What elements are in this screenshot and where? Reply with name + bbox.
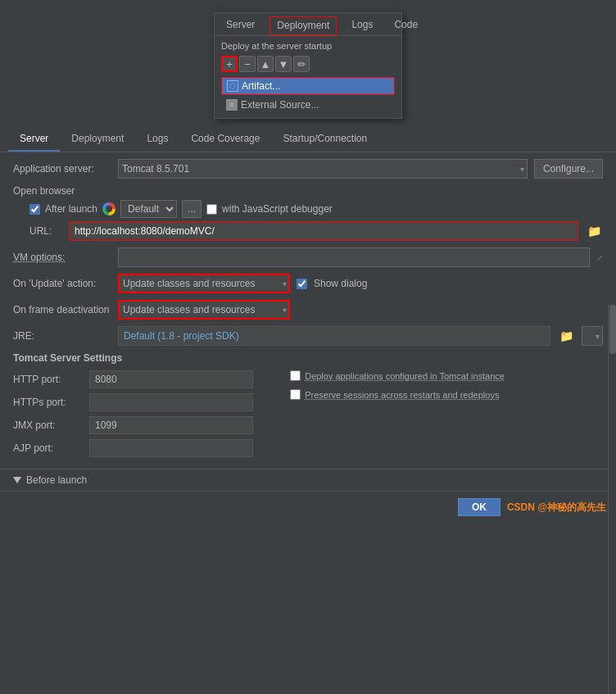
on-frame-row: On frame deactivation Update classes and…	[13, 300, 603, 320]
on-update-label: On 'Update' action:	[13, 278, 111, 289]
add-artifact-btn[interactable]: +	[221, 56, 238, 72]
deploy-label: Deploy at the server startup	[221, 41, 395, 51]
jre-input[interactable]	[118, 326, 550, 346]
before-launch-section: Before launch	[0, 469, 616, 491]
external-source-icon: ≡	[226, 99, 238, 111]
after-launch-row: After launch Default ... with JavaScript…	[13, 200, 603, 218]
url-input[interactable]	[69, 221, 578, 241]
show-dialog-label: Show dialog	[314, 278, 367, 289]
edit-btn[interactable]: ✏	[293, 56, 310, 72]
popup-tabs: Server Deployment Logs Code	[215, 13, 401, 36]
open-browser-label: Open browser	[13, 185, 111, 197]
https-port-label: HTTPs port:	[13, 397, 83, 408]
bottom-bar: OK CSDN @神秘的高先生	[0, 491, 616, 523]
deploy-tomcat-row: Deploy applications configured in Tomcat…	[290, 370, 603, 381]
on-update-select[interactable]: Update classes and resources	[118, 274, 290, 293]
before-launch-toggle[interactable]	[13, 477, 21, 483]
vm-options-row: VM options: ⤢	[13, 247, 603, 267]
scroll-thumb[interactable]	[609, 305, 616, 354]
configure-btn[interactable]: Configure...	[534, 159, 603, 179]
tomcat-settings-content: HTTP port: HTTPs port: JMX port: AJP por…	[13, 370, 603, 462]
popup-tab-logs[interactable]: Logs	[345, 16, 379, 35]
artifact-item[interactable]: ⬡ Artifact...	[221, 77, 395, 95]
watermark: CSDN @神秘的高先生	[507, 501, 606, 515]
js-debugger-checkbox[interactable]	[206, 204, 217, 215]
url-label: URL:	[29, 225, 62, 237]
tab-server[interactable]: Server	[8, 127, 60, 152]
http-port-input[interactable]	[89, 370, 253, 388]
remove-btn[interactable]: −	[239, 56, 256, 72]
app-server-select[interactable]: Tomcat 8.5.701	[118, 159, 528, 179]
top-popup: Server Deployment Logs Code Deploy at th…	[214, 12, 402, 119]
tab-logs[interactable]: Logs	[135, 127, 179, 152]
https-port-row: HTTPs port:	[13, 393, 274, 411]
preserve-sessions-checkbox[interactable]	[290, 389, 301, 400]
show-dialog-checkbox[interactable]	[297, 279, 307, 289]
on-update-select-wrapper: Update classes and resources	[118, 274, 290, 293]
artifact-label: Artifact...	[242, 80, 280, 92]
jre-label: JRE:	[13, 330, 111, 342]
ajp-port-row: AJP port:	[13, 439, 274, 457]
popup-tab-deployment[interactable]: Deployment	[270, 16, 337, 35]
tomcat-options-section: Deploy applications configured in Tomcat…	[290, 370, 603, 462]
jmx-port-label: JMX port:	[13, 420, 83, 431]
move-down-btn[interactable]: ▼	[275, 56, 292, 72]
browser-select[interactable]: Default	[120, 200, 177, 218]
tab-deployment[interactable]: Deployment	[60, 127, 135, 152]
jre-dropdown[interactable]	[582, 326, 603, 346]
before-launch-label: Before launch	[26, 474, 87, 486]
external-source-label: External Source...	[241, 99, 319, 111]
chrome-icon	[102, 202, 116, 215]
on-frame-label: On frame deactivation	[13, 304, 111, 315]
artifact-icon: ⬡	[227, 80, 238, 92]
open-browser-row: Open browser	[13, 185, 603, 197]
preserve-sessions-label: Preserve sessions across restarts and re…	[305, 390, 499, 400]
move-up-btn[interactable]: ▲	[257, 56, 274, 72]
app-server-select-wrapper: Tomcat 8.5.701	[118, 159, 528, 179]
https-port-input[interactable]	[89, 393, 253, 411]
url-folder-btn[interactable]: 📁	[585, 222, 603, 240]
popup-tab-code[interactable]: Code	[387, 16, 424, 35]
tomcat-ports-section: HTTP port: HTTPs port: JMX port: AJP por…	[13, 370, 274, 462]
browser-more-btn[interactable]: ...	[182, 200, 202, 218]
ajp-port-label: AJP port:	[13, 442, 83, 454]
url-row: URL: 📁	[13, 221, 603, 241]
form-section: Application server: Tomcat 8.5.701 Confi…	[0, 152, 616, 469]
http-port-row: HTTP port:	[13, 370, 274, 388]
http-port-label: HTTP port:	[13, 374, 83, 385]
deploy-tomcat-label: Deploy applications configured in Tomcat…	[305, 371, 505, 381]
scrollbar[interactable]	[608, 303, 616, 694]
jmx-port-row: JMX port:	[13, 416, 274, 434]
popup-body: Deploy at the server startup + − ▲ ▼ ✏ ⬡…	[215, 36, 401, 118]
vm-options-label: VM options:	[13, 252, 111, 263]
tab-startup-connection[interactable]: Startup/Connection	[271, 127, 378, 152]
app-server-row: Application server: Tomcat 8.5.701 Confi…	[13, 159, 603, 179]
on-frame-select-wrapper: Update classes and resources	[118, 300, 290, 320]
deploy-tomcat-checkbox[interactable]	[290, 370, 301, 381]
tomcat-settings-title: Tomcat Server Settings	[13, 352, 603, 364]
tabs-bar: Server Deployment Logs Code Coverage Sta…	[0, 127, 616, 152]
top-screenshot-area: Server Deployment Logs Code Deploy at th…	[0, 0, 616, 127]
after-launch-label: After launch	[45, 203, 97, 215]
vm-options-input[interactable]	[118, 247, 590, 267]
app-server-label: Application server:	[13, 163, 111, 175]
on-frame-select[interactable]: Update classes and resources	[118, 300, 290, 320]
js-debugger-label: with JavaScript debugger	[222, 203, 333, 215]
jre-row: JRE: 📁	[13, 326, 603, 346]
after-launch-checkbox[interactable]	[29, 204, 40, 215]
jmx-port-input[interactable]	[89, 416, 253, 434]
popup-tab-server[interactable]: Server	[220, 16, 261, 35]
popup-toolbar: + − ▲ ▼ ✏	[221, 56, 395, 72]
external-source-item[interactable]: ≡ External Source...	[221, 97, 395, 113]
browser-row: After launch Default ... with JavaScript…	[29, 200, 333, 218]
jre-select-wrapper	[582, 326, 603, 346]
ok-button[interactable]: OK	[458, 498, 500, 516]
on-update-row: On 'Update' action: Update classes and r…	[13, 274, 603, 293]
ajp-port-input[interactable]	[89, 439, 253, 457]
jre-folder-btn[interactable]: 📁	[557, 327, 575, 345]
main-panel: Server Deployment Logs Code Coverage Sta…	[0, 127, 616, 523]
tab-code-coverage[interactable]: Code Coverage	[179, 127, 271, 152]
expand-icon: ⤢	[596, 253, 603, 262]
preserve-sessions-row: Preserve sessions across restarts and re…	[290, 389, 603, 400]
